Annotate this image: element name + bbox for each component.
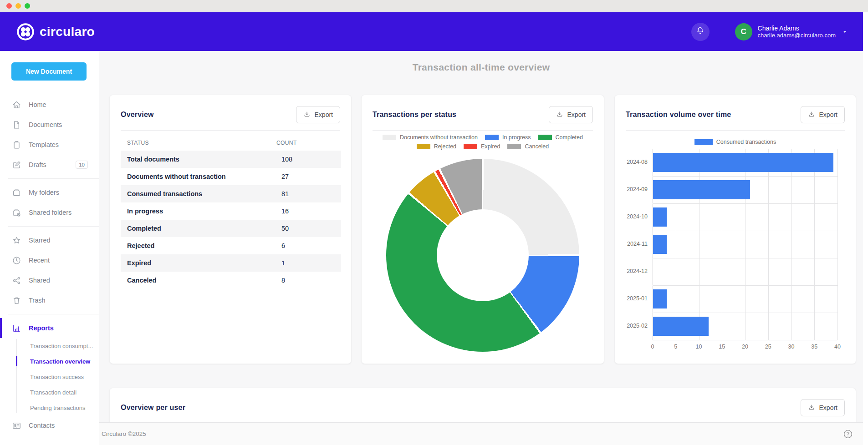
per-user-card-title: Overview per user <box>121 404 185 412</box>
sidebar-item-label: Home <box>29 101 46 108</box>
legend-label: Consumed transactions <box>716 139 776 145</box>
document-icon <box>12 120 21 130</box>
sidebar-item-drafts[interactable]: Drafts10 <box>0 155 99 175</box>
status-cell: Consumed transactions <box>121 185 273 202</box>
sidebar-item-starred[interactable]: Starred <box>0 230 99 250</box>
new-document-button[interactable]: New Document <box>11 62 87 81</box>
table-row: Expired1 <box>121 254 341 272</box>
table-row: Rejected6 <box>121 237 341 254</box>
scrollbar-track[interactable] <box>863 12 868 445</box>
sidebar-item-label: My folders <box>29 189 59 196</box>
sidebar-item-label: Documents <box>29 121 62 128</box>
status-card-title: Transactions per status <box>373 111 456 119</box>
x-tick-label: 5 <box>667 344 685 350</box>
legend-entry: In progress <box>485 134 531 141</box>
drafts-count-badge: 10 <box>76 161 88 169</box>
count-cell: 27 <box>273 168 341 185</box>
x-tick-label: 40 <box>828 344 847 350</box>
legend-swatch <box>417 144 430 149</box>
sidebar-subitem-transaction-success[interactable]: Transaction success <box>0 369 99 384</box>
sidebar-item-label: Reports <box>29 324 54 332</box>
sidebar-item-documents[interactable]: Documents <box>0 115 99 135</box>
bar-2025-01 <box>653 289 667 308</box>
legend-entry: Completed <box>538 134 583 141</box>
sidebar-item-contacts[interactable]: Contacts <box>0 415 99 435</box>
y-tick-label: 2024-12 <box>615 268 648 274</box>
sidebar-item-templates[interactable]: Templates <box>0 135 99 155</box>
status-cell: Completed <box>121 220 273 237</box>
brand-name: circularo <box>40 25 95 39</box>
sidebar-item-label: Drafts <box>29 161 46 168</box>
sidebar-item-label: Shared folders <box>29 209 71 216</box>
sidebar-nav: HomeDocumentsTemplatesDrafts10My folders… <box>0 95 99 435</box>
sidebar-subitem-transaction-consumpt-[interactable]: Transaction consumpt... <box>0 338 99 354</box>
transactions-per-status-card: Transactions per status Export Documents… <box>361 95 604 364</box>
share-icon <box>12 276 21 285</box>
sidebar-item-reports[interactable]: Reports <box>0 318 99 338</box>
status-cell: Total documents <box>121 151 273 168</box>
legend-entry: Consumed transactions <box>694 139 776 145</box>
chevron-down-icon <box>842 29 848 35</box>
overview-export-button[interactable]: Export <box>296 106 340 123</box>
sidebar-item-my-folders[interactable]: My folders <box>0 182 99 202</box>
avatar: C <box>735 23 752 40</box>
count-cell: 81 <box>273 185 341 202</box>
sidebar-divider <box>8 178 99 179</box>
reports-subtree: Transaction consumpt...Transaction overv… <box>0 338 99 415</box>
window-controls <box>6 3 30 9</box>
bar-2025-02 <box>653 317 709 336</box>
brand[interactable]: circularo <box>16 23 95 41</box>
plot-area <box>653 149 837 340</box>
sidebar-item-trash[interactable]: Trash <box>0 290 99 310</box>
sidebar-divider <box>8 314 99 314</box>
legend-swatch <box>485 135 499 140</box>
y-tick-label: 2025-02 <box>615 323 648 329</box>
help-button[interactable] <box>843 429 853 439</box>
sidebar-item-label: Shared <box>29 277 50 284</box>
x-tick-label: 30 <box>782 344 801 350</box>
divider <box>373 130 593 131</box>
status-cell: Canceled <box>121 272 273 289</box>
sidebar-item-shared[interactable]: Shared <box>0 270 99 290</box>
status-export-button[interactable]: Export <box>549 106 593 123</box>
sidebar-item-recent[interactable]: Recent <box>0 250 99 270</box>
sidebar-subitem-pending-transactions[interactable]: Pending transactions <box>0 400 99 415</box>
notifications-button[interactable] <box>691 23 710 41</box>
clock-icon <box>12 256 21 265</box>
x-tick-label: 25 <box>759 344 777 350</box>
close-window-button[interactable] <box>6 3 12 9</box>
legend-label: Documents without transaction <box>400 134 478 141</box>
sidebar-item-shared-folders[interactable]: Shared folders <box>0 202 99 222</box>
download-icon <box>808 111 815 119</box>
sidebar-item-label: Recent <box>29 257 50 264</box>
legend-swatch <box>694 139 713 145</box>
draft-icon <box>12 160 21 170</box>
count-cell: 108 <box>273 151 341 168</box>
volume-card-title: Transaction volume over time <box>626 111 731 119</box>
x-tick-label: 0 <box>643 344 662 350</box>
contacts-icon <box>12 421 21 430</box>
table-row: Consumed transactions81 <box>121 185 341 202</box>
maximize-window-button[interactable] <box>25 3 30 9</box>
sidebar: New Document HomeDocumentsTemplatesDraft… <box>0 51 99 445</box>
reports-icon <box>12 324 21 333</box>
user-menu[interactable]: C Charlie Adams charlie.adams@circularo.… <box>735 23 848 40</box>
sidebar-subitem-transaction-detail[interactable]: Transaction detail <box>0 384 99 400</box>
y-tick-label: 2024-09 <box>615 186 648 192</box>
volume-export-button[interactable]: Export <box>801 106 845 123</box>
count-cell: 16 <box>273 202 341 220</box>
overview-table: STATUS COUNT Total documents108Documents… <box>121 135 341 289</box>
y-tick-label: 2025-01 <box>615 295 648 302</box>
per-user-export-button[interactable]: Export <box>801 399 845 416</box>
minimize-window-button[interactable] <box>15 3 21 9</box>
star-icon <box>12 236 21 245</box>
legend-entry: Documents without transaction <box>383 134 478 141</box>
legend-entry: Canceled <box>507 143 549 150</box>
sidebar-item-home[interactable]: Home <box>0 95 99 115</box>
bar-2024-10 <box>653 207 667 227</box>
status-cell: In progress <box>121 202 273 220</box>
legend-entry: Expired <box>464 143 500 150</box>
status-cell: Expired <box>121 254 273 272</box>
sidebar-subitem-transaction-overview[interactable]: Transaction overview <box>0 354 99 369</box>
table-row: In progress16 <box>121 202 341 220</box>
